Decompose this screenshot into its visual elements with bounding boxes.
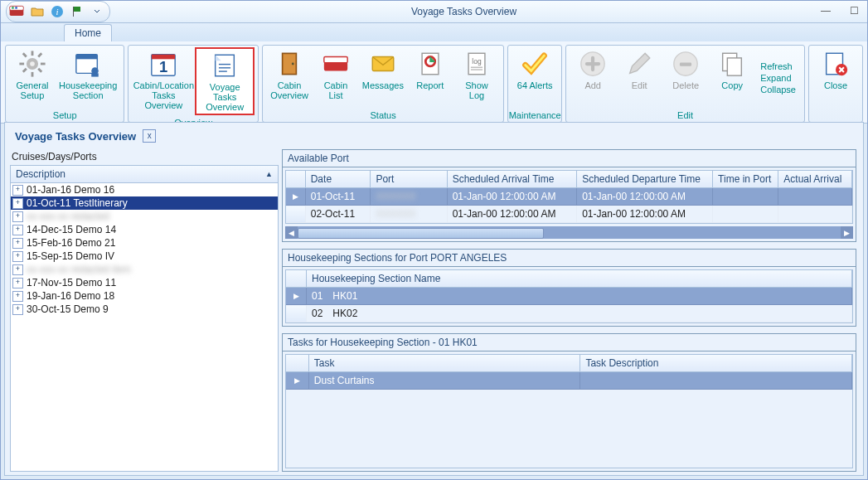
expand-icon[interactable]: + (12, 264, 23, 275)
voyage-tasks-overview-button[interactable]: Voyage Tasks Overview (195, 47, 255, 115)
ribbon-group-setup-label: Setup (6, 109, 124, 122)
minimize-button[interactable]: — (817, 5, 834, 18)
tree-item[interactable]: +14-Dec-15 Demo 14 (11, 223, 278, 236)
housekeeping-section-button[interactable]: Housekeeping Section (56, 47, 120, 108)
window-title: Voyage Tasks Overview (110, 6, 817, 17)
sections-grid[interactable]: Housekeeping Section Name▶01 HK0102 HK02 (286, 270, 852, 322)
tree-item[interactable]: +15-Sep-15 Demo IV (11, 250, 278, 263)
collapse-button[interactable]: Collapse (760, 84, 796, 95)
column-header[interactable]: Scheduled Departure Time (577, 171, 713, 188)
edit-button: Edit (616, 47, 662, 108)
available-port-grid[interactable]: DatePortScheduled Arrival TimeScheduled … (286, 171, 852, 223)
expand-icon[interactable]: + (12, 251, 23, 262)
alerts-label: 64 Alerts (517, 80, 553, 90)
minus-circle-icon (671, 49, 701, 79)
tree-item[interactable]: +xx-xxx-xx redacted (11, 210, 278, 223)
expand-icon[interactable]: + (12, 198, 23, 209)
tree-item[interactable]: +15-Feb-16 Demo 21 (11, 236, 278, 250)
column-header[interactable]: Housekeeping Section Name (307, 270, 852, 288)
report-button[interactable]: Report (407, 47, 453, 108)
expand-button[interactable]: Expand (760, 72, 796, 84)
cruise-tree[interactable]: +01-Jan-16 Demo 16+01-Oct-11 TestItinera… (10, 183, 279, 472)
tree-item[interactable]: +17-Nov-15 Demo 11 (11, 276, 278, 289)
messages-button[interactable]: Messages (359, 47, 407, 108)
tree-item[interactable]: +xx-xxx-xx redacted item (11, 263, 278, 276)
document-close-button[interactable]: x (143, 129, 156, 143)
close-button[interactable]: Close (812, 47, 859, 108)
tree-item[interactable]: +01-Jan-16 Demo 16 (11, 183, 278, 196)
qat-flag-icon[interactable] (70, 4, 85, 19)
cabin-overview-button[interactable]: Cabin Overview (266, 47, 313, 108)
expand-icon[interactable]: + (12, 225, 23, 235)
left-heading: Cruises/Days/Ports (10, 149, 279, 165)
tab-home[interactable]: Home (64, 24, 112, 41)
ribbon-tab-row: Home (1, 23, 867, 41)
available-port-panel: Available Port DatePortScheduled Arrival… (282, 149, 856, 242)
expand-icon[interactable]: + (12, 211, 23, 222)
bed-icon (321, 49, 351, 79)
scroll-right-icon[interactable]: ▶ (841, 226, 853, 239)
table-row[interactable]: 02 HK02 (286, 305, 852, 322)
svg-rect-20 (91, 73, 99, 76)
column-header[interactable]: Scheduled Arrival Time (447, 171, 577, 188)
general-setup-button[interactable]: General Setup (9, 47, 56, 108)
app-icon (8, 3, 25, 20)
table-row[interactable]: ▶01-Oct-11XXXXXX01-Jan-00 12:00:00 AM01-… (286, 188, 852, 206)
title-bar: i Voyage Tasks Overview — ☐ (1, 1, 867, 23)
table-row[interactable]: ▶01 HK01 (286, 288, 852, 305)
maximize-button[interactable]: ☐ (846, 5, 862, 18)
tree-column-header[interactable]: Description ▲ (10, 165, 279, 183)
expand-icon[interactable]: + (12, 304, 23, 315)
svg-rect-15 (22, 68, 27, 73)
column-header[interactable]: Actual Arrival (778, 171, 852, 188)
messages-label: Messages (362, 80, 404, 90)
qat-info-icon[interactable]: i (50, 4, 65, 19)
tree-item[interactable]: +19-Jan-16 Demo 18 (11, 289, 278, 303)
copy-button[interactable]: Copy (709, 47, 755, 108)
column-header[interactable]: Task Description (580, 355, 852, 372)
refresh-expand-collapse-stack: Refresh Expand Collapse (755, 47, 801, 108)
tree-item-label: 14-Dec-15 Demo 14 (27, 224, 116, 235)
tree-item-label: 17-Nov-15 Demo 11 (27, 277, 116, 288)
alerts-button[interactable]: 64 Alerts (512, 47, 558, 108)
horizontal-scrollbar[interactable]: ◀ ▶ (285, 226, 853, 239)
close-doc-icon (821, 49, 851, 79)
show-log-button[interactable]: log Show Log (453, 47, 500, 108)
ribbon-group-overview: 1 Cabin/Location Tasks Overview Voyage T… (128, 45, 259, 123)
svg-rect-2 (12, 7, 14, 9)
table-row[interactable]: 02-Oct-11XXXXXX01-Jan-00 12:00:00 AM01-J… (286, 206, 852, 223)
svg-rect-8 (32, 51, 34, 56)
tree-item[interactable]: +01-Oct-11 TestItinerary (11, 196, 278, 210)
refresh-button[interactable]: Refresh (760, 61, 796, 72)
svg-text:i: i (56, 7, 58, 17)
expand-icon[interactable]: + (12, 278, 23, 288)
column-header[interactable]: Port (371, 171, 447, 188)
column-header[interactable]: Time in Port (713, 171, 778, 188)
svg-rect-18 (76, 55, 98, 60)
scroll-left-icon[interactable]: ◀ (285, 226, 298, 239)
cabin-location-tasks-button[interactable]: 1 Cabin/Location Tasks Overview (132, 47, 195, 115)
expand-icon[interactable]: + (12, 291, 23, 302)
svg-rect-44 (728, 58, 742, 75)
qat-folder-icon[interactable] (30, 4, 45, 19)
svg-rect-12 (22, 52, 27, 57)
table-row[interactable]: ▶Dust Curtains (286, 372, 852, 390)
ribbon-group-status: Cabin Overview Cabin List Messages Repor… (262, 45, 504, 123)
cabin-list-button[interactable]: Cabin List (313, 47, 359, 108)
svg-rect-3 (15, 7, 17, 9)
svg-text:log: log (472, 57, 482, 65)
tree-item[interactable]: +30-Oct-15 Demo 9 (11, 303, 278, 316)
column-header[interactable]: Task (308, 355, 580, 372)
expand-icon[interactable]: + (12, 238, 23, 249)
column-header[interactable]: Date (305, 171, 371, 188)
tasks-grid[interactable]: TaskTask Description▶Dust Curtains (286, 355, 852, 390)
edit-label: Edit (632, 80, 647, 90)
plus-circle-icon (578, 49, 608, 79)
ribbon-group-maintenance-label: Maintenance (508, 109, 561, 122)
tree-item-label: 30-Oct-15 Demo 9 (27, 303, 109, 315)
expand-icon[interactable]: + (12, 185, 23, 196)
add-label: Add (584, 80, 601, 90)
qat-dropdown-icon[interactable] (90, 4, 104, 19)
cabin-list-label: Cabin List (324, 80, 348, 100)
svg-rect-11 (41, 63, 46, 65)
